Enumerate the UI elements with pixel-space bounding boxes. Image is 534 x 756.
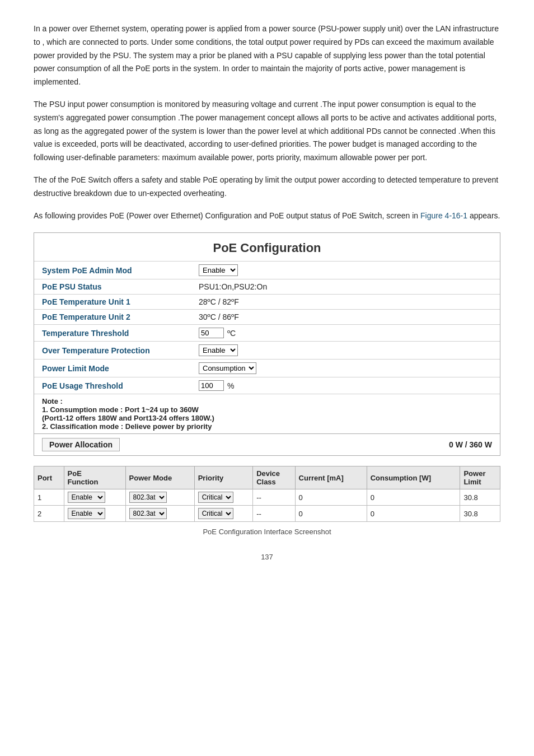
over-temp-protection-select[interactable]: Enable Disable (199, 344, 238, 356)
table-row: 1 Enable Disable 802.3at 802.3af Critica… (34, 489, 500, 506)
port-power-mode-1[interactable]: 802.3at 802.3af (125, 489, 194, 506)
config-settings-table: System PoE Admin Mod Enable Disable PoE … (34, 261, 500, 433)
port-priority-select-2[interactable]: Critical High Low (198, 508, 233, 519)
col-consumption: Consumption [W] (367, 466, 460, 489)
poe-usage-threshold-input[interactable] (199, 380, 224, 391)
poe-psu-status-row: PoE PSU Status PSU1:On,PSU2:On (34, 279, 500, 295)
system-poe-admin-select[interactable]: Enable Disable (199, 264, 238, 276)
port-priority-2[interactable]: Critical High Low (194, 506, 252, 522)
note-line-1: 1. Consumption mode : Port 1~24 up to 36… (42, 405, 199, 414)
port-function-1[interactable]: Enable Disable (64, 489, 125, 506)
paragraph-3: The of the PoE Switch offers a safety an… (34, 174, 500, 200)
poe-usage-threshold-value[interactable]: % (191, 377, 500, 394)
port-consumption-2: 0 (367, 506, 460, 522)
power-limit-mode-label: Power Limit Mode (34, 360, 191, 377)
poe-temp-unit1-value: 28ºC / 82ºF (191, 295, 500, 310)
port-power-mode-select-1[interactable]: 802.3at 802.3af (129, 492, 167, 503)
power-allocation-label: Power Allocation (42, 438, 120, 451)
port-current-2: 0 (295, 506, 367, 522)
poe-temp-unit2-row: PoE Temperature Unit 2 30ºC / 86ºF (34, 310, 500, 325)
poe-temp-unit1-row: PoE Temperature Unit 1 28ºC / 82ºF (34, 295, 500, 310)
temp-threshold-label: Temperature Threshold (34, 325, 191, 342)
port-num-2: 2 (34, 506, 64, 522)
col-power-mode: Power Mode (125, 466, 194, 489)
note-cell: Note : 1. Consumption mode : Port 1~24 u… (34, 394, 500, 434)
screenshot-caption: PoE Configuration Interface Screenshot (34, 528, 500, 536)
col-device-class: Device Class (253, 466, 295, 489)
system-poe-admin-value[interactable]: Enable Disable (191, 262, 500, 279)
config-title: PoE Configuration (34, 233, 500, 261)
note-line-2: (Port1-12 offers 180W and Port13-24 offe… (42, 414, 214, 422)
table-row: 2 Enable Disable 802.3at 802.3af Critica… (34, 506, 500, 522)
port-power-limit-2: 30.8 (460, 506, 500, 522)
poe-usage-threshold-label: PoE Usage Threshold (34, 377, 191, 394)
poe-temp-unit2-value: 30ºC / 86ºF (191, 310, 500, 325)
port-device-class-1: -- (253, 489, 295, 506)
col-poe-function: PoEFunction (64, 466, 125, 489)
port-current-1: 0 (295, 489, 367, 506)
port-power-mode-2[interactable]: 802.3at 802.3af (125, 506, 194, 522)
col-power-limit: Power Limit (460, 466, 500, 489)
power-limit-mode-row: Power Limit Mode Consumption Classificat… (34, 360, 500, 377)
col-priority: Priority (194, 466, 252, 489)
port-config-table: Port PoEFunction Power Mode Priority Dev… (34, 466, 500, 522)
power-limit-mode-select[interactable]: Consumption Classification (199, 362, 256, 374)
over-temp-protection-row: Over Temperature Protection Enable Disab… (34, 342, 500, 360)
paragraph-4: As following provides PoE (Power over Et… (34, 209, 500, 223)
temp-threshold-input[interactable] (199, 328, 224, 338)
port-num-1: 1 (34, 489, 64, 506)
poe-usage-threshold-row: PoE Usage Threshold % (34, 377, 500, 394)
power-allocation-value: 0 W / 360 W (449, 440, 492, 449)
poe-psu-status-value: PSU1:On,PSU2:On (191, 279, 500, 295)
port-function-2[interactable]: Enable Disable (64, 506, 125, 522)
paragraph-1: In a power over Ethernet system, operati… (34, 22, 500, 89)
poe-psu-status-label: PoE PSU Status (34, 279, 191, 295)
poe-usage-threshold-unit: % (227, 381, 234, 390)
over-temp-protection-value[interactable]: Enable Disable (191, 342, 500, 360)
system-poe-admin-row: System PoE Admin Mod Enable Disable (34, 262, 500, 279)
temp-threshold-row: Temperature Threshold ºC (34, 325, 500, 342)
port-function-select-2[interactable]: Enable Disable (68, 508, 105, 519)
note-line-3: 2. Classification mode : Delieve power b… (42, 422, 212, 431)
power-allocation-row: Power Allocation 0 W / 360 W (34, 433, 500, 455)
system-poe-admin-label: System PoE Admin Mod (34, 262, 191, 279)
note-row: Note : 1. Consumption mode : Port 1~24 u… (34, 394, 500, 434)
figure-link[interactable]: Figure 4-16-1 (420, 211, 467, 220)
port-table-header-row: Port PoEFunction Power Mode Priority Dev… (34, 466, 500, 489)
col-port: Port (34, 466, 64, 489)
port-device-class-2: -- (253, 506, 295, 522)
port-power-mode-select-2[interactable]: 802.3at 802.3af (129, 508, 167, 519)
temp-threshold-unit: ºC (227, 329, 236, 338)
paragraph-2: The PSU input power consumption is monit… (34, 98, 500, 165)
col-current: Current [mA] (295, 466, 367, 489)
poe-config-panel: PoE Configuration System PoE Admin Mod E… (34, 232, 500, 456)
poe-temp-unit1-label: PoE Temperature Unit 1 (34, 295, 191, 310)
temp-threshold-value[interactable]: ºC (191, 325, 500, 342)
port-consumption-1: 0 (367, 489, 460, 506)
power-limit-mode-value[interactable]: Consumption Classification (191, 360, 500, 377)
port-function-select-1[interactable]: Enable Disable (68, 492, 105, 503)
note-title: Note : (42, 397, 63, 405)
poe-temp-unit2-label: PoE Temperature Unit 2 (34, 310, 191, 325)
over-temp-protection-label: Over Temperature Protection (34, 342, 191, 360)
port-priority-1[interactable]: Critical High Low (194, 489, 252, 506)
port-power-limit-1: 30.8 (460, 489, 500, 506)
page-number: 137 (34, 553, 500, 561)
port-priority-select-1[interactable]: Critical High Low (198, 492, 233, 503)
